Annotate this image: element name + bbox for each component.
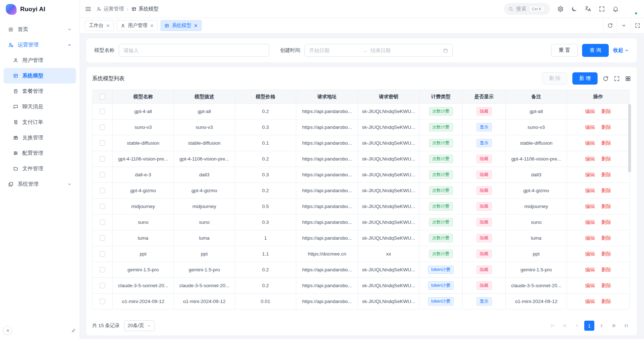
row-edit-link[interactable]: 编辑: [585, 283, 595, 288]
sidebar-item-exchange-management[interactable]: 兑换管理: [4, 130, 76, 145]
gear-icon[interactable]: [557, 6, 564, 12]
row-delete-link[interactable]: 删除: [601, 140, 611, 146]
prev-page-button[interactable]: [572, 321, 582, 331]
row-checkbox[interactable]: [100, 220, 105, 225]
fullscreen-icon[interactable]: [599, 6, 605, 12]
billing-tag: token计费: [428, 266, 454, 274]
row-edit-link[interactable]: 编辑: [585, 235, 595, 241]
first-page-button[interactable]: [548, 321, 558, 331]
sidebar-item-config-management[interactable]: 配置管理: [4, 145, 76, 161]
row-edit-link[interactable]: 编辑: [585, 109, 595, 114]
row-checkbox[interactable]: [100, 235, 105, 241]
row-delete-link[interactable]: 删除: [601, 125, 611, 130]
batch-delete-button[interactable]: 删 除: [542, 72, 567, 85]
prev-5-pages-button[interactable]: [560, 321, 570, 331]
table-fullscreen-icon[interactable]: [614, 76, 620, 82]
row-checkbox[interactable]: [100, 204, 105, 209]
query-button[interactable]: 查 询: [582, 44, 609, 57]
row-edit-link[interactable]: 编辑: [585, 299, 595, 304]
close-icon[interactable]: ✕: [194, 23, 198, 28]
row-edit-link[interactable]: 编辑: [585, 251, 595, 257]
cell-model-price: 1: [235, 230, 296, 246]
billing-tag: 次数计费: [429, 186, 453, 195]
sidebar-collapse-button[interactable]: [3, 326, 12, 335]
row-delete-link[interactable]: 删除: [601, 299, 611, 304]
logo[interactable]: Ruoyi AI: [0, 0, 80, 19]
row-edit-link[interactable]: 编辑: [585, 204, 595, 209]
dark-mode-moon-icon[interactable]: [571, 6, 577, 12]
sidebar-item-system-model[interactable]: 系统模型: [4, 68, 76, 83]
select-all-checkbox[interactable]: [100, 94, 105, 99]
tab-user-management[interactable]: 用户管理 ✕: [117, 20, 158, 31]
breadcrumb-item-operations[interactable]: 运营管理: [96, 6, 124, 12]
add-button[interactable]: 新 增: [572, 72, 598, 85]
sidebar-item-package-management[interactable]: 套餐管理: [4, 83, 76, 99]
user-avatar[interactable]: [626, 3, 638, 15]
sidebar-item-operations[interactable]: 运营管理: [4, 37, 76, 53]
total-records-text: 共 15 条记录: [92, 322, 120, 329]
collapse-filter-link[interactable]: 收起: [613, 47, 629, 54]
row-checkbox[interactable]: [100, 267, 105, 272]
pin-icon[interactable]: [71, 328, 76, 333]
column-settings-icon[interactable]: [625, 76, 631, 82]
page-size-select[interactable]: 20条/页: [124, 320, 155, 331]
row-edit-link[interactable]: 编辑: [585, 140, 595, 146]
row-checkbox[interactable]: [100, 156, 105, 162]
row-checkbox[interactable]: [100, 172, 105, 177]
sidebar-item-system-management[interactable]: 系统管理: [4, 176, 76, 192]
current-page-button[interactable]: 1: [584, 321, 594, 331]
end-date-input[interactable]: [370, 48, 421, 53]
last-page-button[interactable]: [621, 321, 631, 331]
row-delete-link[interactable]: 删除: [601, 251, 611, 257]
row-checkbox[interactable]: [100, 299, 105, 304]
close-icon[interactable]: ✕: [150, 23, 154, 28]
hamburger-menu-icon[interactable]: [85, 6, 91, 12]
next-5-pages-button[interactable]: [609, 321, 619, 331]
sidebar-item-file-management[interactable]: 文件管理: [4, 161, 76, 176]
next-page-button[interactable]: [596, 321, 607, 331]
row-checkbox[interactable]: [100, 188, 105, 193]
start-date-input[interactable]: [309, 48, 360, 53]
reset-button[interactable]: 重 置: [551, 44, 578, 57]
sidebar-item-chat-messages[interactable]: 聊天消息: [4, 99, 76, 114]
sidebar-item-payment-orders[interactable]: 支付订单: [4, 114, 76, 130]
translate-icon[interactable]: [585, 5, 591, 12]
row-checkbox[interactable]: [100, 109, 105, 114]
row-checkbox[interactable]: [100, 251, 105, 257]
sidebar-item-user-management[interactable]: 用户管理: [4, 53, 76, 68]
sidebar-item-home[interactable]: 首页: [4, 22, 76, 37]
row-delete-link[interactable]: 删除: [601, 156, 611, 162]
model-name-input[interactable]: [119, 44, 269, 57]
close-icon[interactable]: ✕: [106, 23, 110, 28]
table-vertical-scrollbar[interactable]: [628, 104, 631, 172]
row-delete-link[interactable]: 删除: [601, 188, 611, 193]
row-edit-link[interactable]: 编辑: [585, 188, 595, 193]
refresh-tab-icon[interactable]: [603, 18, 617, 33]
notification-bell-icon[interactable]: [612, 6, 619, 12]
row-edit-link[interactable]: 编辑: [585, 267, 595, 272]
row-delete-link[interactable]: 删除: [601, 267, 611, 272]
row-delete-link[interactable]: 删除: [601, 283, 611, 288]
refresh-table-icon[interactable]: [603, 76, 609, 82]
tab-workbench[interactable]: 工作台 ✕: [85, 20, 114, 31]
row-edit-link[interactable]: 编辑: [585, 156, 595, 162]
table-scroll-area[interactable]: 模型名称 模型描述 模型价格 请求地址 请求密钥 计费类型 是否显示 备注 操作: [92, 90, 631, 316]
date-range-picker[interactable]: →: [305, 44, 453, 57]
row-checkbox[interactable]: [100, 283, 105, 288]
row-delete-link[interactable]: 删除: [601, 220, 611, 225]
row-delete-link[interactable]: 删除: [601, 235, 611, 241]
row-delete-link[interactable]: 删除: [601, 204, 611, 209]
tab-system-model[interactable]: 系统模型 ✕: [161, 20, 202, 31]
pagination: 共 15 条记录 20条/页 1: [92, 320, 631, 331]
tab-menu-chevron-icon[interactable]: [617, 18, 630, 33]
content-fullscreen-icon[interactable]: [630, 18, 644, 33]
row-edit-link[interactable]: 编辑: [585, 125, 595, 130]
row-edit-link[interactable]: 编辑: [585, 172, 595, 177]
row-delete-link[interactable]: 删除: [601, 109, 611, 114]
row-checkbox[interactable]: [100, 125, 105, 130]
row-edit-link[interactable]: 编辑: [585, 220, 595, 225]
breadcrumb-item-system-model[interactable]: 系统模型: [131, 6, 159, 12]
row-checkbox[interactable]: [100, 140, 105, 146]
row-delete-link[interactable]: 删除: [601, 172, 611, 177]
global-search[interactable]: 搜索 Ctrl K: [504, 3, 550, 15]
